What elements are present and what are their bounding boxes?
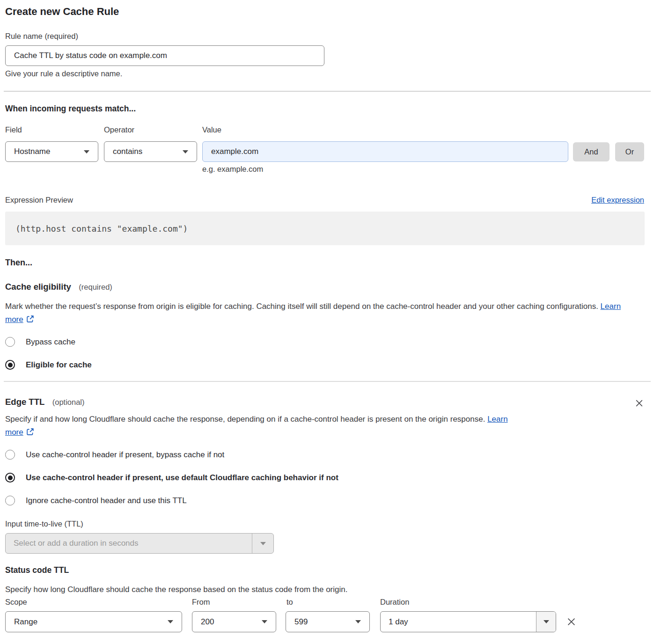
radio-edge-ttl-ignore-label: Ignore cache-control header and use this… bbox=[26, 496, 187, 505]
radio-bypass-cache[interactable]: Bypass cache bbox=[5, 337, 75, 347]
edit-expression-link[interactable]: Edit expression bbox=[591, 196, 644, 205]
from-select[interactable]: 200 bbox=[192, 611, 276, 632]
duration-label: Duration bbox=[380, 598, 409, 607]
from-label: From bbox=[192, 598, 210, 607]
expression-preview-label: Expression Preview bbox=[5, 196, 73, 205]
expression-code: (http.host contains "example.com") bbox=[15, 224, 188, 234]
value-help: e.g. example.com bbox=[202, 165, 263, 174]
chevron-down-icon bbox=[355, 620, 361, 623]
radio-bypass-cache-label: Bypass cache bbox=[26, 337, 75, 347]
radio-eligible-for-cache-label: Eligible for cache bbox=[26, 360, 92, 370]
cache-eligibility-header: Cache eligibility (required) bbox=[5, 282, 112, 292]
cache-eligibility-title: Cache eligibility bbox=[5, 282, 71, 292]
value-label: Value bbox=[202, 125, 221, 134]
field-select[interactable]: Hostname bbox=[5, 141, 98, 162]
edge-ttl-header: Edge TTL (optional) bbox=[5, 397, 85, 407]
rule-name-input[interactable]: Cache TTL by status code on example.com bbox=[5, 45, 324, 66]
radio-edge-ttl-default[interactable]: Use cache-control header if present, use… bbox=[5, 473, 338, 483]
scope-select[interactable]: Range bbox=[5, 611, 182, 632]
status-code-ttl-description: Specify how long Cloudflare should cache… bbox=[5, 583, 635, 596]
radio-checked-icon[interactable] bbox=[5, 360, 15, 370]
to-select[interactable]: 599 bbox=[286, 611, 370, 632]
section-divider bbox=[4, 381, 651, 382]
ttl-duration-placeholder: Select or add a duration in seconds bbox=[6, 534, 252, 553]
section-divider bbox=[4, 91, 651, 92]
radio-eligible-for-cache[interactable]: Eligible for cache bbox=[5, 360, 92, 370]
status-row-close-icon[interactable] bbox=[566, 616, 577, 627]
chevron-down-icon[interactable] bbox=[536, 612, 556, 632]
chevron-down-icon bbox=[168, 620, 173, 623]
create-cache-rule-page: Create new Cache Rule Rule name (require… bbox=[0, 0, 661, 644]
duration-select[interactable]: 1 day bbox=[380, 611, 556, 632]
radio-icon[interactable] bbox=[5, 496, 15, 505]
rule-name-help: Give your rule a descriptive name. bbox=[5, 69, 122, 78]
edge-ttl-qualifier: (optional) bbox=[52, 398, 85, 406]
chevron-down-icon[interactable] bbox=[252, 534, 273, 553]
ttl-input-label: Input time-to-live (TTL) bbox=[5, 520, 83, 528]
edge-ttl-description: Specify if and how long Cloudflare shoul… bbox=[5, 413, 525, 439]
edge-ttl-close-icon[interactable] bbox=[634, 398, 644, 408]
expression-code-block: (http.host contains "example.com") bbox=[5, 212, 645, 245]
cache-eligibility-description: Mark whether the request’s response from… bbox=[5, 300, 635, 326]
and-button[interactable]: And bbox=[573, 142, 610, 161]
value-input[interactable]: example.com bbox=[202, 141, 568, 162]
scope-label: Scope bbox=[5, 598, 27, 607]
operator-label: Operator bbox=[104, 125, 134, 134]
radio-edge-ttl-default-label: Use cache-control header if present, use… bbox=[26, 473, 338, 483]
from-select-value: 200 bbox=[201, 617, 214, 627]
field-select-value: Hostname bbox=[14, 147, 50, 156]
edge-ttl-title: Edge TTL bbox=[5, 397, 44, 407]
field-label: Field bbox=[5, 125, 22, 134]
rule-name-value: Cache TTL by status code on example.com bbox=[14, 51, 167, 60]
chevron-down-icon bbox=[262, 620, 267, 623]
operator-select-value: contains bbox=[113, 147, 142, 156]
match-heading: When incoming requests match... bbox=[5, 104, 136, 114]
radio-icon[interactable] bbox=[5, 337, 15, 347]
page-title: Create new Cache Rule bbox=[5, 6, 119, 18]
radio-edge-ttl-bypass[interactable]: Use cache-control header if present, byp… bbox=[5, 450, 224, 460]
then-heading: Then... bbox=[5, 258, 32, 268]
or-button[interactable]: Or bbox=[615, 142, 644, 161]
radio-icon[interactable] bbox=[5, 450, 15, 460]
chevron-down-icon bbox=[183, 150, 188, 154]
radio-edge-ttl-bypass-label: Use cache-control header if present, byp… bbox=[26, 450, 224, 460]
to-label: to bbox=[286, 598, 293, 607]
cache-eligibility-qualifier: (required) bbox=[79, 283, 112, 291]
radio-edge-ttl-ignore[interactable]: Ignore cache-control header and use this… bbox=[5, 496, 187, 505]
status-code-ttl-title: Status code TTL bbox=[5, 565, 69, 575]
rule-name-label: Rule name (required) bbox=[5, 32, 78, 41]
ttl-duration-select[interactable]: Select or add a duration in seconds bbox=[5, 533, 274, 554]
operator-select[interactable]: contains bbox=[104, 141, 197, 162]
radio-checked-icon[interactable] bbox=[5, 473, 15, 483]
external-link-icon bbox=[26, 427, 34, 435]
scope-select-value: Range bbox=[14, 617, 37, 627]
chevron-down-icon bbox=[84, 150, 89, 154]
value-input-text: example.com bbox=[211, 147, 258, 156]
external-link-icon bbox=[26, 314, 34, 322]
duration-select-value: 1 day bbox=[381, 612, 536, 632]
to-select-value: 599 bbox=[294, 617, 308, 627]
